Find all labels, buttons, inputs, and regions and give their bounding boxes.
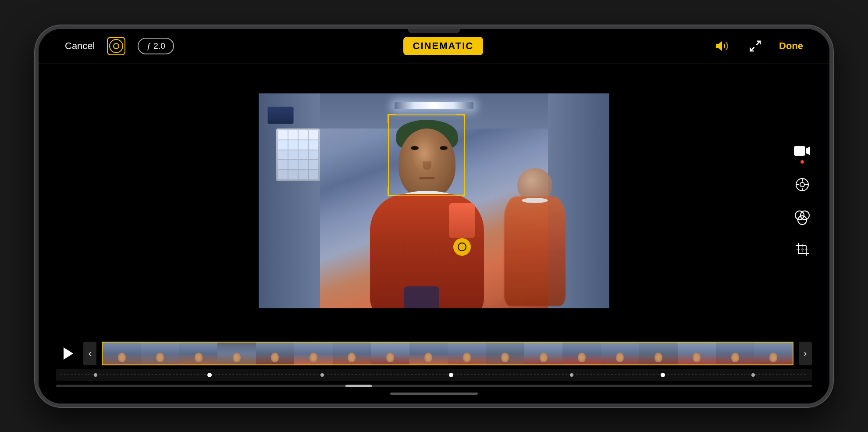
track-dot[interactable] (751, 373, 755, 377)
svg-rect-2 (794, 146, 805, 156)
cinematic-badge[interactable]: CINEMATIC (403, 37, 484, 55)
adjust-button[interactable] (793, 175, 812, 194)
scrubber-thumb[interactable] (345, 385, 372, 387)
track-line (60, 375, 808, 375)
bottom-controls: ‹ (39, 338, 829, 403)
track-dot[interactable] (94, 373, 97, 377)
top-notch (408, 29, 460, 33)
filmstrip-nav-left[interactable]: ‹ (83, 342, 96, 365)
power-button[interactable] (831, 152, 833, 196)
suit-arm-detail (449, 203, 475, 238)
expand-button[interactable] (746, 36, 765, 56)
phone-inner: Cancel ƒ 2.0 CINEMATIC (39, 29, 829, 403)
svg-marker-3 (806, 146, 810, 155)
cancel-button[interactable]: Cancel (65, 40, 95, 52)
light-panel (276, 129, 320, 181)
play-icon (64, 347, 73, 360)
film-frame (179, 343, 217, 364)
f-stop-button[interactable]: ƒ 2.0 (138, 38, 174, 54)
track-dot[interactable] (570, 373, 573, 377)
suit-emblem (453, 238, 471, 256)
volume-icon (715, 39, 729, 53)
focus-track-strip[interactable] (56, 369, 812, 381)
aperture-icon[interactable] (107, 37, 125, 55)
filmstrip-nav-right[interactable]: › (799, 342, 812, 365)
svg-line-1 (751, 47, 754, 51)
track-dot-active[interactable] (207, 373, 212, 377)
film-frame (217, 343, 256, 364)
toolbar-left: Cancel ƒ 2.0 (65, 37, 174, 55)
bg-panel-left (267, 107, 294, 124)
color-wheels-icon (794, 209, 810, 225)
toolbar: Cancel ƒ 2.0 CINEMATIC (39, 29, 829, 64)
color-wheels-button[interactable] (793, 207, 812, 227)
filmstrip[interactable] (102, 342, 793, 365)
filmstrip-area: ‹ (39, 338, 829, 369)
track-dot-active[interactable] (661, 373, 665, 377)
film-frame (601, 343, 639, 364)
bg-astronaut-suit (504, 196, 566, 306)
right-sidebar (793, 143, 812, 259)
video-frame (259, 93, 609, 308)
volume-button[interactable] (35, 125, 37, 152)
volume-button[interactable] (712, 36, 732, 56)
adjust-icon (795, 177, 810, 192)
focus-box (388, 114, 465, 196)
toolbar-right: Done (712, 36, 803, 56)
track-dot[interactable] (320, 373, 324, 377)
video-camera-button[interactable] (793, 143, 812, 162)
film-frame (141, 343, 179, 364)
film-frame (103, 343, 141, 364)
background-astronaut (495, 168, 574, 308)
crop-button[interactable] (793, 240, 812, 259)
svg-line-0 (757, 41, 761, 45)
scrubber-bar[interactable] (56, 385, 812, 387)
film-frame (371, 343, 409, 364)
film-frame (562, 343, 601, 364)
phone-frame: Cancel ƒ 2.0 CINEMATIC (35, 25, 833, 407)
svg-point-5 (800, 182, 804, 187)
video-container (39, 64, 829, 338)
svg-point-11 (800, 211, 809, 220)
film-frame (448, 343, 486, 364)
scene-light (395, 102, 473, 109)
film-frame (754, 343, 792, 364)
svg-point-10 (795, 211, 804, 220)
expand-icon (749, 39, 762, 53)
film-frame (639, 343, 677, 364)
track-dot-active[interactable] (449, 373, 453, 377)
home-indicator (390, 393, 478, 395)
video-camera-icon (793, 144, 811, 157)
bg-collar (522, 198, 548, 203)
crop-icon (795, 242, 810, 257)
recording-indicator (800, 160, 804, 164)
toolbar-center: CINEMATIC (174, 37, 712, 55)
film-frame (333, 343, 371, 364)
video-content (259, 93, 609, 308)
scene-wall-left (259, 93, 320, 308)
suit-body (370, 194, 484, 308)
play-button[interactable] (56, 343, 78, 364)
film-frame (486, 343, 524, 364)
svg-point-12 (798, 216, 807, 225)
film-frame (409, 343, 448, 364)
film-frame (678, 343, 716, 364)
film-frame (294, 343, 332, 364)
film-frame (256, 343, 294, 364)
suit-detail (404, 286, 439, 308)
done-button[interactable]: Done (779, 40, 803, 52)
film-frame (524, 343, 562, 364)
film-frame (716, 343, 754, 364)
